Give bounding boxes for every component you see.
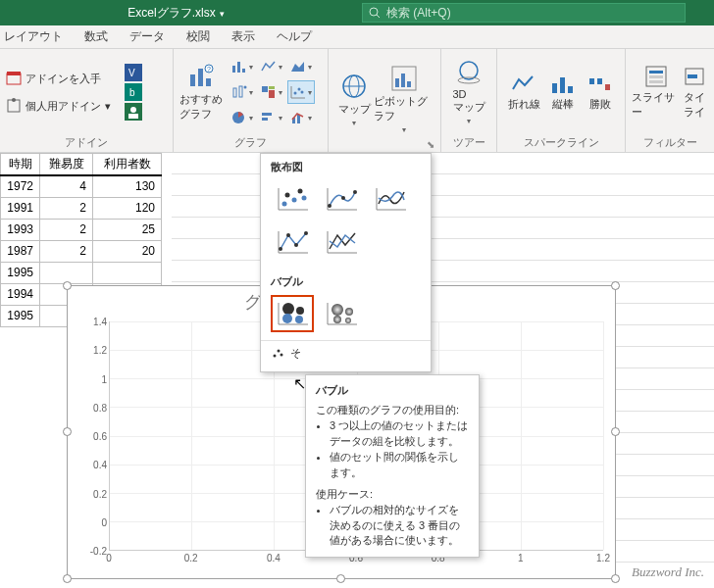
bing-icon[interactable]: b <box>125 83 142 101</box>
tab-data[interactable]: データ <box>129 28 165 45</box>
scatter-smooth-markers-option[interactable] <box>320 180 363 218</box>
area-chart-button[interactable]: ▾ <box>287 55 315 78</box>
tooltip-usecase-label: 使用ケース: <box>316 487 469 503</box>
search-placeholder: 検索 (Alt+Q) <box>386 5 451 22</box>
resize-handle[interactable] <box>63 281 72 290</box>
svg-point-85 <box>282 314 292 323</box>
search-input[interactable]: 検索 (Alt+Q) <box>362 3 686 23</box>
xtick: 0.2 <box>184 553 198 564</box>
my-addins-button[interactable]: 個人用アドイン ▾ <box>6 95 111 117</box>
svg-point-86 <box>295 316 303 323</box>
tab-review[interactable]: 校閲 <box>186 28 210 45</box>
winloss-icon <box>587 74 613 95</box>
bubble-section-label: バブル <box>261 269 431 293</box>
svg-point-95 <box>280 353 283 356</box>
resize-handle[interactable] <box>611 281 620 290</box>
svg-rect-19 <box>237 62 240 73</box>
scatter-markers-option[interactable] <box>271 180 314 218</box>
table-row: 1995 <box>1 262 162 283</box>
line-chart-button[interactable]: ▾ <box>258 55 285 78</box>
column-chart-button[interactable]: ▾ <box>229 55 256 78</box>
resize-handle[interactable] <box>63 574 72 583</box>
tab-help[interactable]: ヘルプ <box>277 28 312 45</box>
slicer-label: スライサー <box>632 90 681 120</box>
pivot-chart-button[interactable]: ピボットグラフ▾ <box>374 64 434 136</box>
svg-marker-21 <box>291 62 304 72</box>
3d-globe-icon <box>455 59 483 86</box>
resize-handle[interactable] <box>63 427 72 436</box>
bar-chart-button[interactable]: ▾ <box>258 106 285 129</box>
svg-point-92 <box>345 318 351 323</box>
xtick: 1 <box>518 553 524 564</box>
svg-rect-26 <box>269 86 275 89</box>
timeline-button[interactable]: タイ ライ <box>681 56 708 128</box>
svg-point-69 <box>341 196 345 200</box>
tooltip-line: 3 つ以上の値のセットまたはデータの組を比較します。 <box>330 418 469 450</box>
svg-point-64 <box>298 189 303 194</box>
people-icon[interactable] <box>125 103 142 121</box>
svg-point-70 <box>353 190 357 194</box>
scatter-lines-markers-option[interactable] <box>271 223 314 261</box>
tooltip-line: バブルの相対的なサイズを決めるのに使える 3 番目の値がある場合に使います。 <box>330 503 469 550</box>
pivot-icon <box>390 65 418 92</box>
resize-handle[interactable] <box>611 427 620 436</box>
pie-chart-button[interactable]: ▾ <box>229 106 256 129</box>
svg-point-5 <box>12 98 16 102</box>
group-label: ⬊ <box>334 148 434 152</box>
scatter-lines-option[interactable] <box>320 223 363 261</box>
svg-point-94 <box>278 349 280 352</box>
table-row: 19724130 <box>1 175 162 197</box>
get-addins-button[interactable]: アドインを入手 <box>6 68 111 89</box>
sparkline-column-button[interactable]: 縦棒 <box>544 56 582 128</box>
scatter-mini-icon <box>271 347 284 361</box>
more-scatter-option[interactable]: そ <box>261 340 431 366</box>
tab-view[interactable]: 表示 <box>231 28 255 45</box>
col-header[interactable]: 難易度 <box>40 154 93 176</box>
svg-rect-42 <box>395 78 399 87</box>
svg-rect-25 <box>262 86 268 92</box>
dropdown-icon: ▾ <box>105 100 111 113</box>
map-button[interactable]: マップ▾ <box>334 64 374 136</box>
dialog-launcher-icon[interactable]: ⬊ <box>427 139 434 150</box>
svg-rect-22 <box>233 88 236 97</box>
svg-point-65 <box>302 196 307 201</box>
worksheet-area[interactable]: 時期 難易度 利用者数 19724130 19912120 1993225 19… <box>0 153 714 588</box>
slicer-button[interactable]: スライサー <box>632 56 681 128</box>
stats-chart-button[interactable]: ▾ <box>229 80 256 104</box>
svg-point-83 <box>282 303 294 315</box>
xtick: 0 <box>106 553 112 564</box>
ytick: 1.4 <box>93 317 107 327</box>
more-scatter-label: そ <box>290 346 301 361</box>
resize-handle[interactable] <box>611 574 620 583</box>
svg-rect-15 <box>206 78 211 86</box>
bubble-option[interactable] <box>271 295 314 332</box>
recommended-charts-button[interactable]: ? おすすめ グラフ <box>179 56 223 128</box>
visio-icon[interactable]: V <box>125 64 142 81</box>
scatter-chart-button[interactable]: ▾ <box>287 80 315 104</box>
svg-point-89 <box>332 304 343 316</box>
svg-rect-35 <box>262 118 268 121</box>
svg-rect-58 <box>688 74 697 78</box>
combo-chart-button[interactable]: ▾ <box>287 106 315 129</box>
col-header[interactable]: 利用者数 <box>93 154 162 176</box>
3d-map-button[interactable]: 3D マップ▾ <box>447 56 490 128</box>
bubble-3d-option[interactable] <box>320 295 363 332</box>
col-header[interactable]: 時期 <box>1 154 40 176</box>
file-title[interactable]: Excelグラフ.xlsx▾ <box>0 5 352 22</box>
svg-rect-18 <box>232 66 235 73</box>
tab-layout[interactable]: レイアウト <box>4 28 63 45</box>
svg-point-61 <box>282 202 287 207</box>
group-charts: ? おすすめ グラフ ▾ ▾ ▾ ▾ ▾ ▾ ▾ ▾ ▾ グラフ <box>174 49 329 152</box>
slicer-icon <box>643 65 669 88</box>
tab-formula[interactable]: 数式 <box>84 28 108 45</box>
sparkline-line-button[interactable]: 折れ線 <box>503 56 544 128</box>
svg-rect-55 <box>649 75 663 78</box>
scatter-smooth-option[interactable] <box>369 180 412 218</box>
resize-handle[interactable] <box>336 574 345 583</box>
hierarchy-chart-button[interactable]: ▾ <box>258 80 285 104</box>
svg-point-46 <box>458 77 480 83</box>
svg-rect-48 <box>560 77 565 93</box>
map-label: マップ <box>338 102 371 117</box>
sparkline-winloss-button[interactable]: 勝敗 <box>582 56 619 128</box>
svg-rect-47 <box>552 83 557 93</box>
